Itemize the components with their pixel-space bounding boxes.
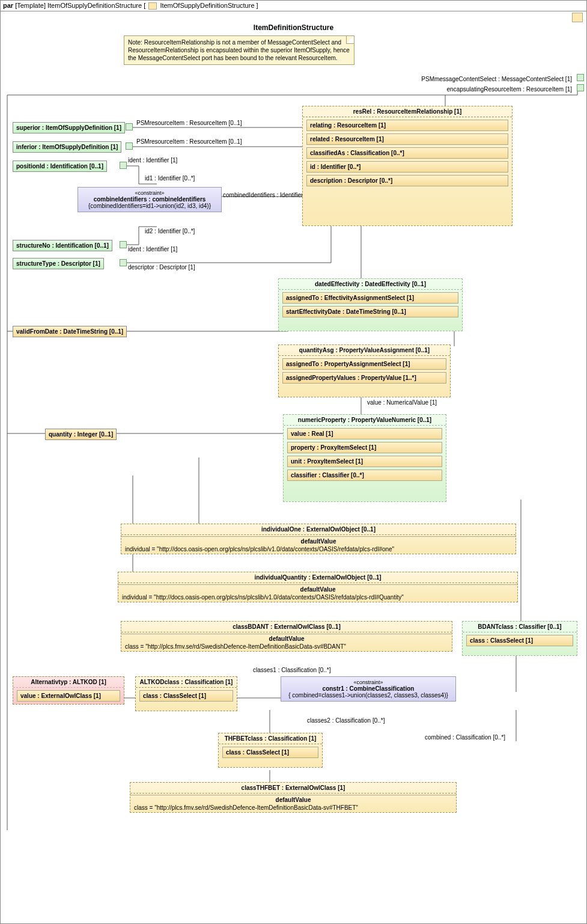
bdantclass-title: BDANTclass : Classifier [0..1] — [463, 622, 577, 632]
slot-dated-assigned: assignedTo : EffectivityAssignmentSelect… — [282, 292, 458, 304]
indone-dv: defaultValue — [121, 536, 516, 545]
slot-numprop-unit: unit : ProxyItemSelect [1] — [287, 456, 442, 467]
block-inferior: inferior : ItemOfSupplyDefinition [1] — [13, 141, 121, 153]
diagram-title: ItemDefinitionStructure — [1, 23, 586, 32]
numprop-title: numericProperty : PropertyValueNumeric [… — [284, 415, 446, 426]
slot-numprop-property: property : ProxyItemSelect [1] — [287, 442, 442, 453]
slot-classifiedas: classifiedAs : Classification [0..*] — [306, 147, 508, 159]
constraint-body: {combinedIdentifiers=id1->union(id2, id3… — [82, 203, 217, 209]
port-label-psm-select: PSMmessageContentSelect : MessageContent… — [421, 76, 572, 82]
block-numeric-property: numericProperty : PropertyValueNumeric [… — [283, 414, 446, 502]
block-individual-one: individualOne : ExternalOwlObject [0..1]… — [121, 524, 516, 554]
block-class-bdant: classBDANT : ExternalOwlClass [0..1] def… — [121, 621, 452, 652]
indone-txt: individual = "http://docs.oasis-open.org… — [121, 545, 516, 554]
constraint-name: combineIdentifiers : combineIdentifiers — [82, 196, 217, 203]
block-validfrom: validFromDate : DateTimeString [0..1] — [13, 326, 127, 337]
slot-related: related : ResourceItem [1] — [306, 133, 508, 145]
slot-id: id : Identifier [0..*] — [306, 161, 508, 173]
slot-qasg-vals: assignedPropertyValues : PropertyValue [… — [282, 372, 446, 384]
classbdant-txt: class = "http://plcs.fmv.se/rd/SwedishDe… — [121, 642, 452, 651]
classbdant-title: classBDANT : ExternalOwlClass [0..1] — [121, 622, 452, 632]
qasg-title: quantityAsg : PropertyValueAssignment [0… — [279, 345, 450, 356]
block-class-thfbet: classTHFBET : ExternalOwlClass [1] defau… — [130, 782, 457, 813]
resrel-title: resRel : ResourceItemRelationship [1] — [303, 106, 512, 117]
block-thfbet-class: THFBETclass : Classification [1] class :… — [218, 733, 323, 768]
frame-stereotype: [Template] — [15, 2, 46, 9]
slot-altkodclass: class : ClassSelect [1] — [139, 690, 233, 702]
alt-title: Alternativtyp : ALTKOD [1] — [13, 677, 124, 688]
label-desc: descriptor : Descriptor [1] — [128, 264, 195, 271]
altkodclass-title: ALTKODclass : Classification [1] — [136, 677, 237, 688]
block-positionid: positionId : Identification [0..1] — [13, 161, 107, 172]
template-icon — [148, 2, 157, 10]
block-quantity: quantity : Integer [0..1] — [45, 429, 117, 440]
constraint-stereotype: «constraint» — [82, 190, 217, 196]
diagram-note: Note: ResourceItemRelationship is not a … — [124, 35, 354, 65]
block-superior: superior : ItemOfSupplyDefinition [1] — [13, 122, 125, 133]
block-structuretype: structureType : Descriptor [1] — [13, 258, 104, 269]
indqty-title: individualQuantity : ExternalOwlObject [… — [118, 572, 517, 583]
slot-alt-value: value : ExternalOwlClass [1] — [17, 690, 120, 702]
thfbetclass-title: THFBETclass : Classification [1] — [219, 733, 322, 744]
block-structureno: structureNo : Identification [0..1] — [13, 240, 112, 251]
block-individual-quantity: individualQuantity : ExternalOwlObject [… — [118, 572, 518, 602]
label-classes2: classes2 : Classification [0..*] — [307, 717, 385, 724]
classbdant-dv: defaultValue — [121, 634, 452, 642]
diagram-frame: par [Template] ItemOfSupplyDefinitionStr… — [0, 0, 587, 924]
label-ident1: ident : Identifier [1] — [128, 157, 177, 164]
indqty-txt: individual = "http://docs.oasis-open.org… — [118, 593, 517, 602]
port-psm-select — [577, 74, 584, 81]
label-valnv: value : NumericalValue [1] — [367, 399, 437, 406]
block-dated-effectivity: datedEffectivity : DatedEffectivity [0..… — [278, 278, 463, 331]
frame-kind: par — [3, 2, 13, 9]
classthfbet-dv: defaultValue — [130, 795, 456, 803]
constr2-stereotype: «constraint» — [285, 679, 452, 685]
indqty-dv: defaultValue — [118, 584, 517, 593]
slot-description: description : Descriptor [0..*] — [306, 175, 508, 186]
constraint-combine-classification: «constraint» constr1 : CombineClassifica… — [281, 676, 456, 702]
port-inferior — [126, 142, 133, 150]
label-ident2: ident : Identifier [1] — [128, 246, 177, 252]
port-positionid — [120, 162, 127, 169]
slot-bdantclass: class : ClassSelect [1] — [466, 635, 573, 646]
classthfbet-txt: class = "http://plcs.fmv.se/rd/SwedishDe… — [130, 803, 456, 812]
slot-relating: relating : ResourceItem [1] — [306, 120, 508, 131]
corner-icon — [572, 13, 583, 22]
port-superior — [126, 123, 133, 130]
frame-name: ItemOfSupplyDefinitionStructure — [47, 2, 142, 9]
constr2-name: constr1 : CombineClassification — [285, 685, 452, 692]
slot-qasg-assigned: assignedTo : PropertyAssignmentSelect [1… — [282, 358, 446, 370]
classthfbet-title: classTHFBET : ExternalOwlClass [1] — [130, 783, 456, 794]
label-id2: id2 : Identifier [0..*] — [145, 228, 195, 234]
block-quantity-asg: quantityAsg : PropertyValueAssignment [0… — [278, 344, 451, 397]
dated-title: datedEffectivity : DatedEffectivity [0..… — [279, 279, 462, 290]
label-psmres2: PSMresourceItem : ResourceItem [0..1] — [136, 138, 242, 145]
slot-thfbetclass: class : ClassSelect [1] — [222, 747, 318, 758]
frame-header: par [Template] ItemOfSupplyDefinitionStr… — [1, 1, 586, 11]
port-structureno — [120, 241, 127, 248]
block-alternativtyp: Alternativtyp : ALTKOD [1] value : Exter… — [13, 676, 124, 705]
block-resrel: resRel : ResourceItemRelationship [1] re… — [302, 106, 512, 226]
constr2-body: { combined=classes1->union(classes2, cla… — [285, 692, 452, 699]
port-label-encap: encapsulatingResourceItem : ResourceItem… — [447, 86, 572, 93]
port-structuretype — [120, 259, 127, 266]
indone-title: individualOne : ExternalOwlObject [0..1] — [121, 524, 516, 535]
slot-dated-start: startEffectivityDate : DateTimeString [0… — [282, 306, 458, 317]
label-combined: combined : Classification [0..*] — [425, 734, 505, 741]
label-classes1: classes1 : Classification [0..*] — [253, 667, 331, 673]
constraint-combine-identifiers: «constraint» combineIdentifiers : combin… — [78, 187, 222, 212]
block-bdant-class: BDANTclass : Classifier [0..1] class : C… — [462, 621, 577, 656]
slot-numprop-value: value : Real [1] — [287, 428, 442, 439]
label-psmres1: PSMresourceItem : ResourceItem [0..1] — [136, 120, 242, 126]
slot-numprop-classifier: classifier : Classifier [0..*] — [287, 470, 442, 481]
label-id1: id1 : Identifier [0..*] — [145, 175, 195, 182]
block-altkod-class: ALTKODclass : Classification [1] class :… — [135, 676, 237, 711]
port-encap — [577, 84, 584, 91]
